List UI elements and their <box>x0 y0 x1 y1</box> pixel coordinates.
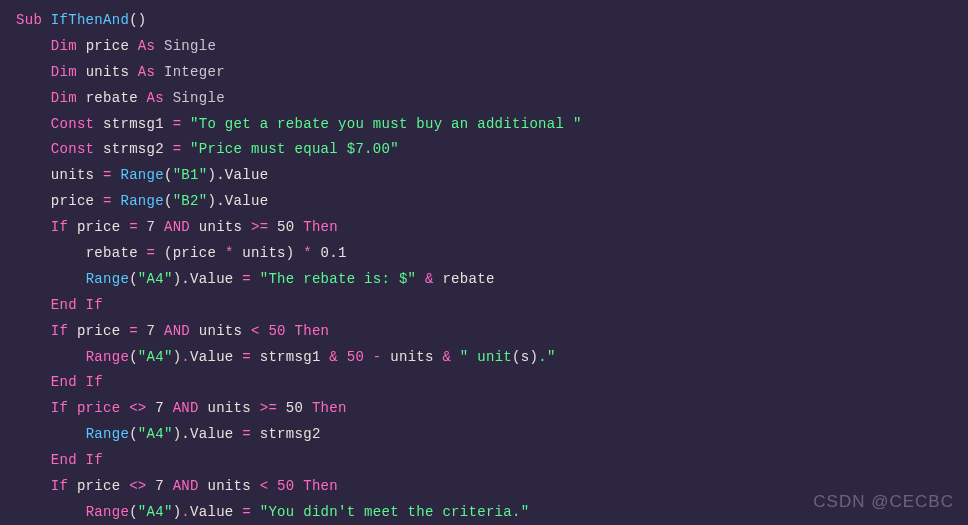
keyword-then: Then <box>295 323 330 339</box>
number: 50 <box>277 400 312 416</box>
variable: units <box>51 167 95 183</box>
number: 50 <box>268 478 303 494</box>
function-name: IfThenAnd <box>51 12 129 28</box>
operator: = <box>242 271 251 287</box>
expression: price <box>68 400 120 416</box>
keyword-and: AND <box>164 400 208 416</box>
string-literal: "B2" <box>173 193 208 209</box>
paren: ( <box>164 193 173 209</box>
operator: = <box>164 141 190 157</box>
variable: rebate <box>86 245 138 261</box>
keyword-if: If <box>51 400 68 416</box>
paren: ( <box>164 167 173 183</box>
code-line: price = Range("B2").Value <box>16 189 952 215</box>
keyword-dim: Dim <box>51 90 77 106</box>
keyword-dim: Dim <box>51 64 77 80</box>
spacer <box>138 90 147 106</box>
string-literal: "A4" <box>138 426 173 442</box>
code-line: End If <box>16 448 952 474</box>
operator: >= <box>260 400 277 416</box>
paren: ( <box>129 426 138 442</box>
operator: & <box>416 271 442 287</box>
number: 50 <box>268 219 303 235</box>
keyword-and: AND <box>164 219 190 235</box>
operator: = <box>234 349 260 365</box>
string-literal: "B1" <box>173 167 208 183</box>
function-call: Range <box>86 349 130 365</box>
string-literal: "To get a rebate you must buy an additio… <box>190 116 582 132</box>
expression: units) <box>234 245 304 261</box>
keyword-endif: End If <box>51 452 103 468</box>
operator: = <box>129 323 138 339</box>
code-line: units = Range("B1").Value <box>16 163 952 189</box>
number: 50 <box>347 349 364 365</box>
paren: ( <box>129 504 138 520</box>
paren: ) <box>529 349 538 365</box>
number: 7 <box>138 219 164 235</box>
keyword-dim: Dim <box>51 38 77 54</box>
variable: rebate <box>86 90 138 106</box>
operator: = <box>234 504 260 520</box>
code-line: Range("A4").Value = strmsg2 <box>16 422 952 448</box>
code-line: Dim price As Single <box>16 34 952 60</box>
number: 50 <box>260 323 295 339</box>
type-name: Single <box>173 90 225 106</box>
function-call: Range <box>120 167 164 183</box>
expression: units <box>190 219 251 235</box>
keyword-const: Const <box>51 141 95 157</box>
code-line: Const strmsg1 = "To get a rebate you mus… <box>16 112 952 138</box>
variable: units <box>390 349 434 365</box>
operator: = <box>242 426 251 442</box>
string-literal: "A4" <box>138 271 173 287</box>
code-line: Dim units As Integer <box>16 60 952 86</box>
spacer <box>94 116 103 132</box>
code-line: If price <> 7 AND units < 50 Then <box>16 474 952 500</box>
operator: & <box>434 349 460 365</box>
expression: price <box>68 478 129 494</box>
string-literal: ." <box>538 349 555 365</box>
operator: = <box>129 219 138 235</box>
operator: & <box>321 349 347 365</box>
string-literal: "Price must equal $7.00" <box>190 141 399 157</box>
code-line: End If <box>16 293 952 319</box>
spacer <box>77 90 86 106</box>
string-literal: "A4" <box>138 504 173 520</box>
number: 7 <box>147 478 173 494</box>
operator: <> <box>120 400 155 416</box>
function-call: Range <box>86 426 130 442</box>
function-call: Range <box>120 193 164 209</box>
code-line: If price <> 7 AND units >= 50 Then <box>16 396 952 422</box>
spacer <box>155 38 164 54</box>
paren: ( <box>129 349 138 365</box>
variable: rebate <box>442 271 494 287</box>
operator: - <box>364 349 390 365</box>
variable: strmsg2 <box>103 141 164 157</box>
number: 7 <box>155 400 164 416</box>
expression: units <box>207 400 259 416</box>
number: 7 <box>138 323 164 339</box>
paren: ( <box>512 349 521 365</box>
spacer <box>164 90 173 106</box>
property: .Value <box>181 271 242 287</box>
keyword-then: Then <box>312 400 347 416</box>
variable: units <box>86 64 130 80</box>
operator: <> <box>129 478 146 494</box>
code-line: Sub IfThenAnd() <box>16 8 952 34</box>
keyword-as: As <box>138 38 155 54</box>
string-literal: "A4" <box>138 349 173 365</box>
operator: = <box>164 116 190 132</box>
code-line: rebate = (price * units) * 0.1 <box>16 241 952 267</box>
property: .Value <box>216 167 268 183</box>
string-literal: " unit <box>460 349 512 365</box>
expression: (price <box>164 245 225 261</box>
dot: . <box>181 504 190 520</box>
spacer <box>94 141 103 157</box>
keyword-endif: End If <box>51 297 103 313</box>
keyword-and: AND <box>164 323 190 339</box>
keyword-then: Then <box>303 478 338 494</box>
paren: ) <box>207 193 216 209</box>
variable: strmsg2 <box>251 426 321 442</box>
spacer <box>77 38 86 54</box>
property: .Value <box>181 426 242 442</box>
keyword-then: Then <box>303 219 338 235</box>
